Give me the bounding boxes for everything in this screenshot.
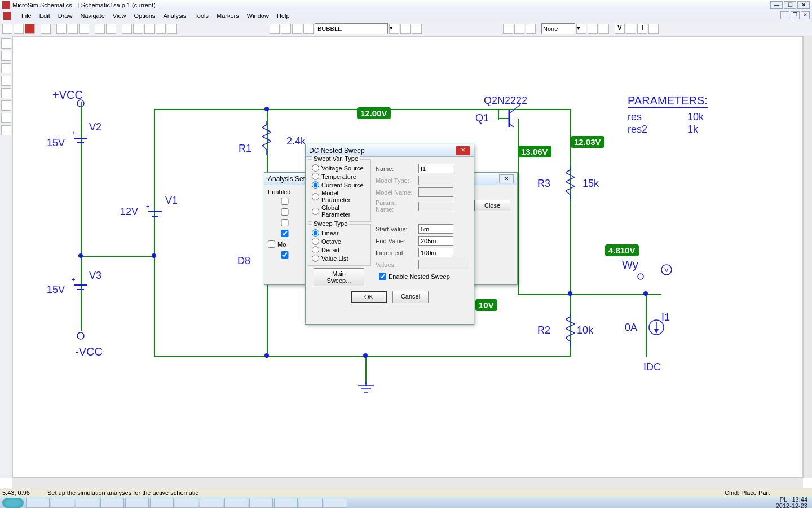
taskbar-app-9[interactable]	[224, 498, 248, 508]
open-icon[interactable]	[14, 24, 24, 34]
radio-value-list[interactable]: Value List	[312, 255, 367, 262]
t7-icon[interactable]	[503, 24, 513, 34]
paste-icon[interactable]	[79, 24, 89, 34]
start-value-input[interactable]	[418, 224, 453, 234]
t11-icon[interactable]	[599, 24, 609, 34]
menu-file[interactable]: File	[21, 12, 32, 19]
start-button[interactable]	[2, 498, 24, 508]
radio-octave[interactable]: Octave	[312, 238, 367, 245]
cancel-button[interactable]: Cancel	[392, 291, 429, 303]
menu-help[interactable]: Help	[277, 12, 290, 19]
part-dd-icon[interactable]: ▾	[389, 24, 399, 34]
tool-block-icon[interactable]	[1, 113, 11, 123]
radio-decad[interactable]: Decad	[312, 246, 367, 253]
menu-view[interactable]: View	[113, 12, 126, 19]
increment-input[interactable]	[418, 248, 453, 257]
v-marker-icon[interactable]: V	[615, 24, 625, 34]
zoom3-icon[interactable]	[144, 24, 155, 34]
t4-icon[interactable]	[303, 24, 314, 34]
marker-select[interactable]	[541, 23, 575, 34]
enable-chk-6[interactable]	[268, 251, 302, 259]
tool-erro-icon[interactable]	[1, 125, 11, 135]
radio-linear[interactable]: Linear	[312, 229, 367, 237]
taskbar-app-10[interactable]	[249, 498, 273, 508]
mdi-close[interactable]: ✕	[801, 11, 810, 19]
part-name-input[interactable]	[315, 23, 388, 34]
enable-nested-checkbox[interactable]	[379, 273, 386, 280]
t12-icon[interactable]	[648, 24, 659, 34]
t8-icon[interactable]	[514, 24, 524, 34]
taskbar-app-1[interactable]	[26, 498, 50, 508]
schematic-canvas[interactable]: +VCC -VCC V2 15V V1 12V V3 15V R1 2.4k D…	[12, 36, 803, 478]
enable-chk-4[interactable]	[268, 230, 302, 237]
zoom5-icon[interactable]	[167, 24, 177, 34]
taskbar-app-8[interactable]	[200, 498, 223, 508]
name-input[interactable]	[418, 164, 453, 173]
t9-icon[interactable]	[526, 24, 536, 34]
undo-icon[interactable]	[95, 24, 105, 34]
menu-navigate[interactable]: Navigate	[80, 12, 104, 19]
tool-part-icon[interactable]	[1, 100, 11, 111]
enable-chk-5[interactable]	[268, 240, 275, 248]
tool-arc-icon[interactable]	[1, 76, 11, 86]
i-marker-icon[interactable]	[626, 24, 636, 34]
tool-bus-icon[interactable]	[1, 63, 11, 73]
dd2-icon[interactable]: ▾	[576, 24, 586, 34]
t3-icon[interactable]	[292, 24, 302, 34]
taskbar-app-5[interactable]	[125, 498, 149, 508]
t6-icon[interactable]	[412, 24, 422, 34]
tool-wire-icon[interactable]	[1, 51, 11, 61]
maximize-button[interactable]: ☐	[784, 1, 796, 9]
radio-global-parameter[interactable]: Global Parameter	[312, 204, 367, 218]
enable-chk-1[interactable]	[268, 198, 302, 205]
taskbar-app-4[interactable]	[100, 498, 124, 508]
ok-button[interactable]: OK	[351, 291, 387, 303]
tool-text-icon[interactable]	[1, 88, 11, 98]
menu-markers[interactable]: Markers	[217, 12, 239, 19]
copy-icon[interactable]	[68, 24, 78, 34]
taskbar-app-2[interactable]	[51, 498, 74, 508]
radio-voltage-source[interactable]: Voltage Source	[312, 164, 367, 172]
zoom4-icon[interactable]	[156, 24, 166, 34]
i2-marker-icon[interactable]: I	[637, 24, 647, 34]
menu-draw[interactable]: Draw	[58, 12, 73, 19]
zoom1-icon[interactable]	[122, 24, 132, 34]
mdi-minimize[interactable]: —	[780, 11, 789, 19]
t5-icon[interactable]	[400, 24, 411, 34]
taskbar-app-6[interactable]	[150, 498, 174, 508]
t10-icon[interactable]	[588, 24, 598, 34]
radio-current-source[interactable]: Current Source	[312, 181, 367, 189]
enable-chk-3[interactable]	[268, 219, 302, 226]
taskbar-app-11[interactable]	[274, 498, 298, 508]
minimize-button[interactable]: —	[770, 1, 783, 9]
taskbar-app-7[interactable]	[175, 498, 198, 508]
save-icon[interactable]	[25, 24, 35, 34]
radio-temperature[interactable]: Temperature	[312, 173, 367, 180]
main-sweep-button[interactable]: Main Sweep...	[314, 268, 364, 286]
taskbar-app-3[interactable]	[76, 498, 99, 508]
menu-analysis[interactable]: Analysis	[163, 12, 186, 19]
redo-icon[interactable]	[106, 24, 116, 34]
analysis-close-button[interactable]: Close	[474, 200, 510, 211]
radio-model-parameter[interactable]: Model Parameter	[312, 190, 367, 203]
cut-icon[interactable]	[56, 24, 67, 34]
zoom2-icon[interactable]	[133, 24, 143, 34]
horizontal-scrollbar[interactable]	[12, 478, 803, 488]
end-value-input[interactable]	[418, 236, 453, 246]
system-tray[interactable]: PL 13:44 2012-12-23	[776, 497, 812, 509]
nested-close-icon[interactable]: ✕	[456, 146, 470, 155]
menu-window[interactable]: Window	[247, 12, 269, 19]
taskbar-app-13[interactable]	[324, 498, 347, 508]
vertical-scrollbar[interactable]	[803, 36, 812, 478]
tool-select-icon[interactable]	[1, 38, 11, 49]
print-icon[interactable]	[41, 24, 51, 34]
close-button[interactable]: ✕	[797, 1, 810, 9]
new-icon[interactable]	[2, 24, 12, 34]
menu-edit[interactable]: Edit	[39, 12, 50, 19]
t2-icon[interactable]	[281, 24, 291, 34]
mdi-restore[interactable]: ❐	[791, 11, 800, 19]
menu-options[interactable]: Options	[134, 12, 155, 19]
analysis-setup-close-icon[interactable]: ✕	[499, 174, 514, 183]
menu-tools[interactable]: Tools	[194, 12, 209, 19]
taskbar-app-12[interactable]	[299, 498, 323, 508]
